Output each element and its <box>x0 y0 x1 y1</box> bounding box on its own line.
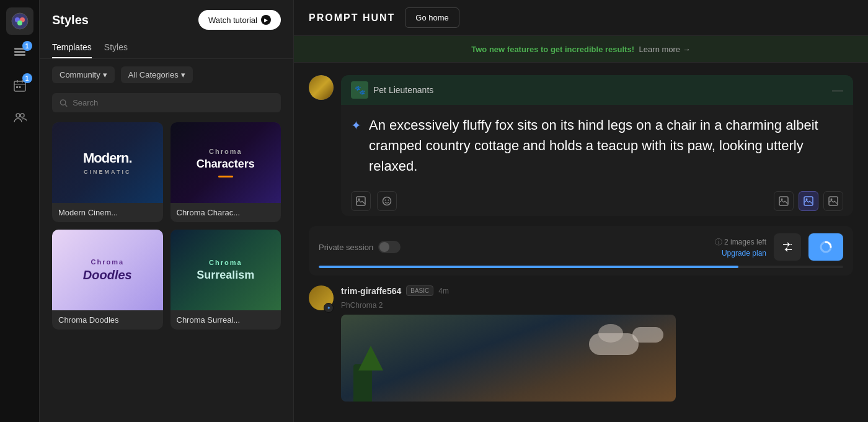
chevron-down-icon-2: ▾ <box>181 70 185 79</box>
template-thumb-surreal: Chroma Surrealism <box>170 230 281 310</box>
feature-banner: Two new features to get incredible resul… <box>294 36 868 63</box>
message-content: 🐾 Pet Lieutenants — ✦ An excessively flu… <box>341 75 853 216</box>
top-nav: PROMPT HUNT Go home <box>294 0 868 36</box>
tree-decoration <box>353 364 372 402</box>
image-icon <box>356 196 366 206</box>
template-thumb-modern: Modern. CINEMATIC <box>52 122 163 203</box>
panel-header: Styles Watch tutorial ▶ <box>40 0 293 30</box>
progress-bar <box>319 266 843 268</box>
templates-grid: Modern. CINEMATIC Modern Cinem... Chroma… <box>40 120 293 332</box>
image-icon-2 <box>779 196 789 206</box>
all-categories-filter[interactable]: All Categories ▾ <box>121 66 193 83</box>
result-time: 4m <box>438 287 449 295</box>
session-name: Pet Lieutenants <box>373 85 433 95</box>
cloud-decoration <box>589 333 639 355</box>
image-right-1[interactable] <box>774 191 794 211</box>
result-subtitle: PhChroma 2 <box>341 301 853 310</box>
template-card-chroma-doodles[interactable]: Chroma Doodles Chroma Doodles <box>52 230 163 330</box>
private-session-label: Private session <box>319 243 373 252</box>
template-card-chroma-surrealism[interactable]: Chroma Surrealism Chroma Surreal... <box>170 230 281 330</box>
user-avatar <box>309 75 334 100</box>
sidebar-item-people[interactable] <box>6 104 33 132</box>
result-username: trim-giraffe564 <box>341 286 401 296</box>
progress-fill <box>319 266 738 268</box>
message-body: ✦ An excessively fluffy fox sits on its … <box>341 105 853 186</box>
avatar-icon <box>11 12 29 30</box>
shuffle-button[interactable] <box>774 233 801 261</box>
generate-button[interactable] <box>808 233 843 261</box>
sidebar-item-layers[interactable]: 1 <box>6 40 33 67</box>
badge-count-2: 1 <box>22 73 32 83</box>
svg-point-25 <box>806 199 808 200</box>
watch-tutorial-button[interactable]: Watch tutorial ▶ <box>198 10 281 30</box>
result-image <box>341 315 676 402</box>
image-right-3[interactable] <box>823 191 843 211</box>
svg-point-27 <box>831 199 833 200</box>
tabs: Templates Styles <box>40 30 293 59</box>
prompt-text: An excessively fluffy fox sits on its hi… <box>369 115 843 176</box>
watch-tutorial-label: Watch tutorial <box>208 16 257 25</box>
people-icon <box>13 111 27 125</box>
image-icon-3 <box>804 196 813 206</box>
session-icon: 🐾 <box>351 81 368 99</box>
filters: Community ▾ All Categories ▾ <box>40 59 293 91</box>
images-left: 2 images left <box>724 238 766 246</box>
main-content: PROMPT HUNT Go home Two new features to … <box>294 0 868 422</box>
template-thumb-doodles: Chroma Doodles <box>52 230 163 310</box>
svg-rect-11 <box>16 86 18 88</box>
banner-highlight: Two new features to get incredible resul… <box>471 45 634 54</box>
tab-templates[interactable]: Templates <box>52 37 92 58</box>
sparkle-icon: ✦ <box>351 116 361 176</box>
template-label-modern: Modern Cinem... <box>52 203 163 222</box>
shuffle-icon <box>782 241 793 253</box>
tab-styles[interactable]: Styles <box>104 37 128 58</box>
community-filter[interactable]: Community ▾ <box>52 66 115 83</box>
image-right-2[interactable] <box>799 191 818 211</box>
result-avatar-wrap: ✦ <box>309 285 334 313</box>
panel-title: Styles <box>52 13 89 27</box>
go-home-button[interactable]: Go home <box>405 7 459 28</box>
result-avatar-badge: ✦ <box>324 303 334 313</box>
svg-rect-4 <box>14 51 25 53</box>
image-action-button[interactable] <box>351 191 371 211</box>
search-icon <box>60 99 68 107</box>
sidebar-item-schedule[interactable]: 1 <box>6 72 33 99</box>
template-card-modern-cinematic[interactable]: Modern. CINEMATIC Modern Cinem... <box>52 122 163 222</box>
svg-rect-5 <box>14 54 25 56</box>
image-icon-4 <box>828 196 838 206</box>
private-toggle[interactable] <box>378 241 401 253</box>
private-session: Private session <box>319 241 401 253</box>
svg-rect-12 <box>19 86 20 88</box>
result-meta: trim-giraffe564 BASIC 4m <box>341 285 853 296</box>
template-label-chroma-char: Chroma Charac... <box>170 203 281 222</box>
message-header: 🐾 Pet Lieutenants — <box>341 75 853 105</box>
sidebar-item-avatar[interactable] <box>6 7 33 35</box>
minimize-icon[interactable]: — <box>832 84 843 97</box>
result-badge: BASIC <box>406 285 433 296</box>
play-icon: ▶ <box>261 15 271 25</box>
search-container <box>40 91 293 120</box>
chat-area: 🐾 Pet Lieutenants — ✦ An excessively flu… <box>294 63 868 422</box>
message-actions <box>341 186 853 216</box>
toggle-knob <box>379 242 389 252</box>
input-section: Private session ⓘ 2 images left Upgrade … <box>309 226 853 276</box>
emoji-icon <box>382 196 392 206</box>
loading-icon <box>819 240 833 254</box>
cloud-decoration-2 <box>632 327 663 343</box>
svg-point-18 <box>358 199 360 200</box>
icon-strip: 1 1 <box>0 0 40 422</box>
search-input[interactable] <box>73 98 273 107</box>
upgrade-plan-link[interactable]: Upgrade plan <box>722 249 766 258</box>
chevron-down-icon: ▾ <box>103 70 107 79</box>
banner-link[interactable]: Learn more → <box>639 45 691 54</box>
images-info: ⓘ 2 images left Upgrade plan <box>715 237 766 258</box>
template-label-doodles: Chroma Doodles <box>52 310 163 330</box>
template-card-chroma-characters[interactable]: Chroma Characters Chroma Charac... <box>170 122 281 222</box>
result-info: trim-giraffe564 BASIC 4m PhChroma 2 <box>341 285 853 402</box>
result-block: ✦ trim-giraffe564 BASIC 4m PhChroma 2 <box>309 285 853 402</box>
svg-point-23 <box>781 199 783 200</box>
left-panel: Styles Watch tutorial ▶ Templates Styles… <box>40 0 294 422</box>
message-block: 🐾 Pet Lieutenants — ✦ An excessively flu… <box>309 75 853 216</box>
emoji-action-button[interactable] <box>377 191 397 211</box>
svg-point-19 <box>383 197 391 205</box>
